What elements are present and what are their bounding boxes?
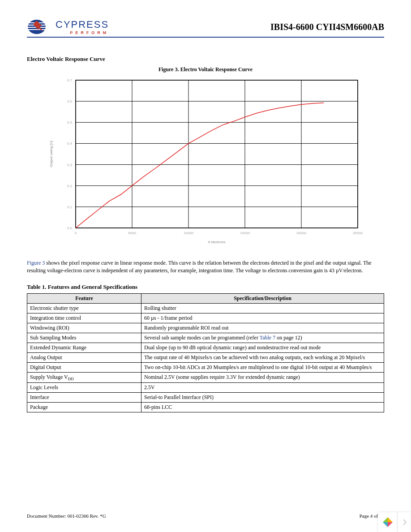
svg-text:# electrons: # electrons — [208, 240, 225, 244]
svg-text:0: 0 — [75, 231, 77, 235]
spec-cell: Randomly programmable ROI read out — [141, 323, 384, 333]
svg-text:0.0: 0.0 — [67, 226, 73, 230]
figure-reference-link[interactable]: Figure 3 — [27, 260, 45, 266]
feature-cell: Electronic shutter type — [27, 303, 141, 313]
table-row: Extended Dynamic RangeDual slope (up to … — [27, 343, 384, 352]
spec-cell: Dual slope (up to 90 dB optical dynamic … — [141, 343, 384, 352]
feature-cell: Windowing (ROI) — [27, 323, 141, 333]
table-row: Analog OutputThe output rate of 40 Mpixe… — [27, 352, 384, 362]
svg-rect-4 — [28, 29, 46, 30]
chart-container: 05000100001500020000250000.00.10.20.30.4… — [27, 76, 384, 246]
svg-text:0.3: 0.3 — [67, 163, 73, 167]
cypress-globe-icon — [27, 18, 52, 36]
table-header-spec: Specification/Description — [141, 293, 384, 303]
feature-cell: Sub Sampling Modes — [27, 333, 141, 343]
table-header-feature: Feature — [27, 293, 141, 303]
svg-text:25000: 25000 — [353, 231, 363, 235]
svg-text:20000: 20000 — [296, 231, 307, 235]
section-title: Electro Voltaic Response Curve — [27, 56, 384, 63]
table-row: Logic Levels2.5V — [27, 382, 384, 392]
svg-text:0.5: 0.5 — [67, 120, 73, 124]
feature-cell: Supply Voltage VDD — [27, 372, 141, 382]
table-row: Integration time control60 µs - 1/frame … — [27, 313, 384, 323]
footer-doc-number: Document Number: 001-02366 Rev. *G — [27, 513, 106, 519]
chevron-right-icon — [402, 519, 407, 525]
svg-text:0.4: 0.4 — [67, 142, 73, 146]
document-id: IBIS4-6600 CYII4SM6600AB — [270, 22, 384, 32]
brand-tagline: PERFORM — [56, 30, 109, 35]
feature-cell: Integration time control — [27, 313, 141, 323]
table-row: Windowing (ROI)Randomly programmable ROI… — [27, 323, 384, 333]
svg-text:Output swing [V]: Output swing [V] — [49, 141, 53, 167]
svg-text:10000: 10000 — [184, 231, 194, 235]
brand-logo: CYPRESS PERFORM — [27, 18, 109, 36]
nav-widget — [378, 512, 411, 532]
table-reference-link[interactable]: Table 7 — [260, 335, 275, 341]
spec-cell: 2.5V — [141, 382, 384, 392]
spec-table: Feature Specification/Description Electr… — [27, 293, 384, 412]
spec-cell: Two on-chip 10-bit ADCs at 20 Msamples/s… — [141, 362, 384, 372]
table-row: Digital OutputTwo on-chip 10-bit ADCs at… — [27, 362, 384, 372]
figure-caption: Figure 3. Electro Voltaic Response Curve — [27, 66, 384, 73]
feature-cell: Digital Output — [27, 362, 141, 372]
table-row: Supply Voltage VDDNominal 2.5V (some sup… — [27, 372, 384, 382]
svg-text:0.1: 0.1 — [67, 205, 73, 209]
page-header: CYPRESS PERFORM IBIS4-6600 CYII4SM6600AB — [27, 18, 384, 38]
table-header-row: Feature Specification/Description — [27, 293, 384, 303]
table-row: Electronic shutter typeRolling shutter — [27, 303, 384, 313]
feature-cell: Package — [27, 402, 141, 412]
svg-text:0.6: 0.6 — [67, 99, 73, 103]
figure-description: Figure 3 shows the pixel response curve … — [27, 259, 384, 275]
spec-cell: 68-pins LCC — [141, 402, 384, 412]
figure-description-text: shows the pixel response curve in linear… — [27, 260, 372, 274]
spec-cell: Nominal 2.5V (some supplies require 3.3V… — [141, 372, 384, 382]
svg-text:15000: 15000 — [240, 231, 250, 235]
table-row: Package68-pins LCC — [27, 402, 384, 412]
feature-cell: Interface — [27, 392, 141, 402]
spec-cell: Several sub sample modes can be programm… — [141, 333, 384, 343]
spec-cell: 60 µs - 1/frame period — [141, 313, 384, 323]
spec-cell: Serial-to Parallel Interface (SPI) — [141, 392, 384, 402]
feature-cell: Analog Output — [27, 352, 141, 362]
spec-cell: The output rate of 40 Mpixels/s can be a… — [141, 352, 384, 362]
table-caption: Table 1. Features and General Specificat… — [27, 283, 384, 291]
nav-logo-icon[interactable] — [378, 512, 398, 532]
nav-next-button[interactable] — [398, 512, 411, 532]
page-footer: Document Number: 001-02366 Rev. *G Page … — [27, 511, 384, 519]
feature-cell: Extended Dynamic Range — [27, 343, 141, 352]
svg-text:5000: 5000 — [128, 231, 136, 235]
table-row: Sub Sampling ModesSeveral sub sample mod… — [27, 333, 384, 343]
table-row: InterfaceSerial-to Parallel Interface (S… — [27, 392, 384, 402]
svg-rect-33 — [76, 80, 358, 228]
feature-cell: Logic Levels — [27, 382, 141, 392]
svg-text:0.2: 0.2 — [67, 184, 73, 188]
svg-text:0.7: 0.7 — [67, 78, 73, 82]
brand-name: CYPRESS — [56, 19, 109, 30]
spec-cell: Rolling shutter — [141, 303, 384, 313]
response-curve-chart: 05000100001500020000250000.00.10.20.30.4… — [44, 76, 367, 246]
